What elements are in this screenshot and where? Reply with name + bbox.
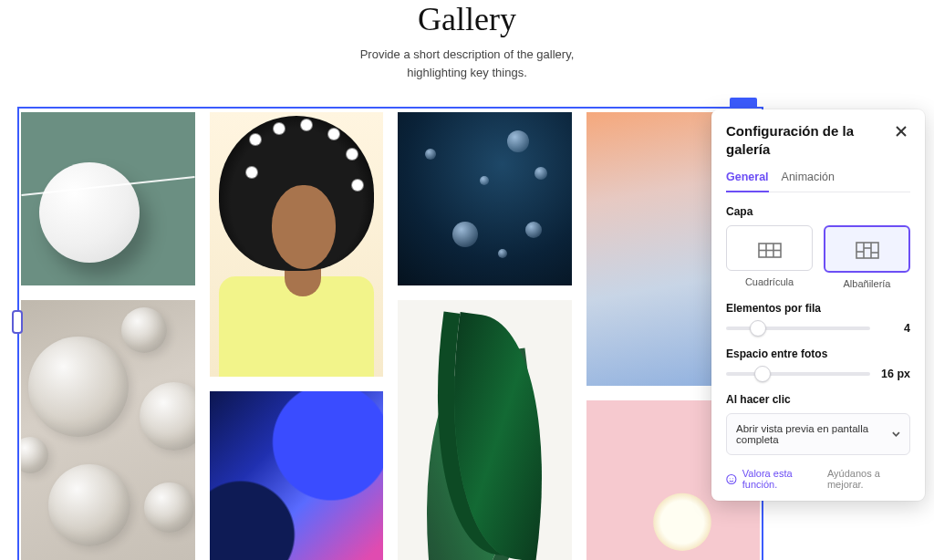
dropdown-on-click-action[interactable]: Abrir vista previa en pantalla completa <box>726 413 910 455</box>
feedback-icon <box>726 473 737 485</box>
svg-point-14 <box>732 478 733 479</box>
gallery-image-sphere[interactable] <box>21 112 195 285</box>
gallery-image-abstract-swirl[interactable] <box>210 391 384 560</box>
slider-thumb-photo-spacing[interactable] <box>754 366 771 382</box>
close-icon <box>896 126 907 137</box>
tab-general[interactable]: General <box>726 171 769 192</box>
feedback-link[interactable]: Valora esta función. <box>742 468 822 490</box>
layout-option-masonry[interactable]: Albañilería <box>824 225 910 289</box>
panel-tabs: General Animación <box>726 171 910 192</box>
svg-point-12 <box>727 474 736 483</box>
subtitle-line-2: highlighting key things. <box>407 66 527 79</box>
gallery-component-selected[interactable] <box>17 107 763 560</box>
label-photo-spacing: Espacio entre fotos <box>726 347 910 360</box>
layout-caption-grid: Cuadrícula <box>726 276 813 287</box>
selection-tab-indicator[interactable] <box>730 98 757 107</box>
gallery-image-bubbles[interactable] <box>21 300 195 560</box>
gallery-image-water-drops[interactable] <box>398 112 572 285</box>
label-items-per-row: Elementos por fila <box>726 302 910 315</box>
gallery-settings-panel: Configuración de la galería General Anim… <box>711 109 925 501</box>
svg-point-13 <box>730 478 731 479</box>
value-items-per-row: 4 <box>879 322 910 335</box>
gallery-image-portrait[interactable] <box>210 112 384 377</box>
tab-animation[interactable]: Animación <box>782 171 835 192</box>
page-subtitle: Provide a short description of the galle… <box>0 46 934 81</box>
close-panel-button[interactable] <box>892 122 910 140</box>
value-photo-spacing: 16 px <box>879 368 910 380</box>
subtitle-line-1: Provide a short description of the galle… <box>360 47 575 61</box>
label-layer: Capa <box>726 205 910 218</box>
dropdown-selected-value: Abrir vista previa en pantalla completa <box>736 423 892 445</box>
layout-option-grid[interactable]: Cuadrícula <box>726 225 813 289</box>
grid-layout-icon <box>758 238 782 258</box>
slider-items-per-row[interactable] <box>726 327 870 330</box>
selection-resize-handle-left[interactable] <box>12 310 23 334</box>
svg-rect-6 <box>856 243 878 258</box>
masonry-layout-icon <box>856 239 879 259</box>
slider-photo-spacing[interactable] <box>726 372 870 376</box>
panel-title: Configuración de la galería <box>726 122 881 158</box>
page-title: Gallery <box>0 0 934 38</box>
slider-thumb-items-per-row[interactable] <box>750 320 766 337</box>
gallery-image-leaf[interactable] <box>398 300 572 560</box>
feedback-muted-text: Ayúdanos a mejorar. <box>827 468 910 490</box>
label-on-click: Al hacer clic <box>726 393 910 406</box>
chevron-down-icon <box>892 430 900 439</box>
layout-caption-masonry: Albañilería <box>824 278 910 289</box>
